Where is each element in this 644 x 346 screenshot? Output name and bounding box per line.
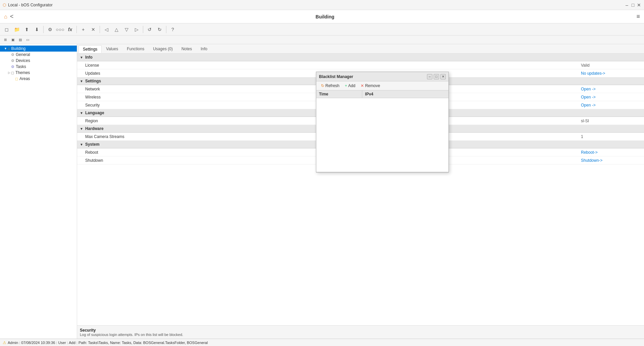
dialog-controls: – □ ✕ bbox=[427, 74, 446, 79]
value-network[interactable]: Open -> bbox=[574, 87, 641, 91]
sidebar-item-building[interactable]: ▼ ⌂ Building bbox=[0, 46, 77, 52]
dialog-titlebar: Blacklist Manager – □ ✕ bbox=[316, 72, 448, 81]
value-reboot[interactable]: Reboot-> bbox=[574, 150, 641, 155]
value-updates[interactable]: No updates-> bbox=[574, 71, 641, 76]
sidebar-label-tasks: Tasks bbox=[16, 64, 26, 69]
up-button[interactable]: △ bbox=[112, 25, 121, 34]
titlebar-controls: – □ ✕ bbox=[625, 3, 641, 7]
fx-button[interactable]: fx bbox=[65, 25, 75, 34]
refresh-label: Refresh bbox=[325, 83, 339, 88]
building-icon: ⌂ bbox=[8, 47, 10, 51]
view-detail-button[interactable]: ▭ bbox=[24, 37, 31, 43]
download-button[interactable]: ⬇ bbox=[32, 25, 42, 34]
tab-settings[interactable]: Settings bbox=[78, 45, 102, 53]
tab-usages[interactable]: Usages (0) bbox=[149, 45, 177, 53]
undo-button[interactable]: ↺ bbox=[145, 25, 154, 34]
security-description: Log of suspicious login attempts. IPs on… bbox=[80, 333, 641, 337]
status-message: Admin : 07/08/2024 10:39:36 : User : Add… bbox=[8, 341, 208, 345]
toolbar: ◻ 📁 ⬆ ⬇ ⚙ ○○○ fx + ✕ ◁ △ ▽ ▷ ↺ ↻ ? bbox=[0, 23, 644, 36]
blacklist-table: Time IPv4 bbox=[316, 90, 448, 172]
section-label-system: System bbox=[85, 142, 100, 147]
sidebar: ▼ ⌂ Building ▷ ⚙ General ▷ ⚙ Devices ▷ ⚙… bbox=[0, 44, 77, 339]
row-license: License Valid bbox=[77, 61, 644, 69]
settings-button[interactable]: ⚙ bbox=[45, 25, 55, 34]
sidebar-item-areas[interactable]: ▷ ◻ Areas bbox=[0, 76, 77, 82]
header: ⌂ < Building ≡ bbox=[0, 10, 644, 23]
section-label-language: Language bbox=[85, 111, 104, 115]
toolbar-sep-5 bbox=[166, 26, 166, 33]
help-button[interactable]: ? bbox=[168, 25, 177, 34]
refresh-button[interactable]: ↻ Refresh bbox=[319, 83, 341, 89]
dots-button[interactable]: ○○○ bbox=[55, 25, 65, 34]
next-button[interactable]: ▷ bbox=[132, 25, 141, 34]
warning-icon: ⚠ bbox=[3, 340, 6, 345]
language-toggle-icon: ▼ bbox=[80, 111, 83, 115]
value-security[interactable]: Open -> bbox=[574, 103, 641, 108]
sidebar-item-themes[interactable]: ▷ ◻ Themes bbox=[0, 70, 77, 76]
titlebar-left: ⬡ Local - bOS Configurator bbox=[3, 3, 53, 7]
add-entry-label: Add bbox=[348, 83, 355, 88]
blacklist-dialog: Blacklist Manager – □ ✕ ↻ Refresh + Add … bbox=[316, 72, 449, 172]
value-region: sl-SI bbox=[574, 119, 641, 123]
titlebar: ⬡ Local - bOS Configurator – □ ✕ bbox=[0, 0, 644, 10]
redo-button[interactable]: ↻ bbox=[155, 25, 164, 34]
add-entry-button[interactable]: + Add bbox=[343, 83, 357, 89]
toolbar-sep-4 bbox=[143, 26, 143, 33]
themes-toggle[interactable]: ▷ bbox=[8, 71, 10, 74]
table-body bbox=[316, 98, 448, 172]
sidebar-label-themes: Themes bbox=[15, 70, 30, 75]
toolbar-sep-1 bbox=[43, 26, 44, 33]
upload-button[interactable]: ⬆ bbox=[22, 25, 32, 34]
add-button[interactable]: + bbox=[78, 25, 88, 34]
sidebar-item-tasks[interactable]: ▷ ⚙ Tasks bbox=[0, 64, 77, 70]
maximize-button[interactable]: □ bbox=[631, 3, 635, 7]
security-title: Security bbox=[80, 328, 641, 333]
tab-info[interactable]: Info bbox=[196, 45, 212, 53]
dialog-close-button[interactable]: ✕ bbox=[440, 74, 446, 79]
settings-toggle-icon: ▼ bbox=[80, 79, 83, 83]
view-list-button[interactable]: ▤ bbox=[17, 37, 23, 43]
tab-values[interactable]: Values bbox=[102, 45, 122, 53]
view-split-button[interactable]: ▣ bbox=[9, 37, 16, 43]
header-nav: ⌂ < bbox=[4, 13, 13, 20]
section-label-settings: Settings bbox=[85, 79, 101, 83]
section-header-info[interactable]: ▼ Info bbox=[77, 54, 644, 61]
devices-icon: ⚙ bbox=[11, 59, 14, 63]
sidebar-item-general[interactable]: ▷ ⚙ General bbox=[0, 52, 77, 58]
sidebar-label-areas: Areas bbox=[19, 76, 30, 81]
table-header: Time IPv4 bbox=[316, 90, 448, 98]
view-grid-button[interactable]: ⊞ bbox=[2, 37, 9, 43]
close-button[interactable]: ✕ bbox=[637, 3, 641, 7]
hamburger-menu[interactable]: ≡ bbox=[636, 13, 640, 20]
new-button[interactable]: ◻ bbox=[2, 25, 11, 34]
tab-notes[interactable]: Notes bbox=[177, 45, 196, 53]
toolbar-sep-3 bbox=[100, 26, 100, 33]
back-button[interactable]: < bbox=[10, 13, 14, 20]
down-button[interactable]: ▽ bbox=[122, 25, 131, 34]
prev-button[interactable]: ◁ bbox=[102, 25, 111, 34]
tabs-bar: Settings Values Functions Usages (0) Not… bbox=[77, 44, 644, 54]
building-toggle[interactable]: ▼ bbox=[4, 47, 7, 50]
value-shutdown[interactable]: Shutdown-> bbox=[574, 158, 641, 163]
tab-functions[interactable]: Functions bbox=[122, 45, 149, 53]
bottom-statusbar: ⚠ Admin : 07/08/2024 10:39:36 : User : A… bbox=[0, 339, 644, 346]
dialog-minimize-button[interactable]: – bbox=[427, 74, 432, 79]
remove-entry-icon: ✕ bbox=[361, 83, 364, 88]
remove-entry-label: Remove bbox=[365, 83, 380, 88]
dialog-maximize-button[interactable]: □ bbox=[434, 74, 439, 79]
sidebar-label-devices: Devices bbox=[16, 58, 30, 63]
minimize-button[interactable]: – bbox=[625, 3, 629, 7]
value-wireless[interactable]: Open -> bbox=[574, 95, 641, 99]
remove-entry-button[interactable]: ✕ Remove bbox=[359, 83, 382, 89]
view-buttons: ⊞ ▣ ▤ ▭ bbox=[0, 36, 644, 44]
themes-icon: ◻ bbox=[11, 71, 14, 75]
value-license: Valid bbox=[574, 63, 641, 68]
open-button[interactable]: 📁 bbox=[12, 25, 21, 34]
home-button[interactable]: ⌂ bbox=[4, 14, 7, 20]
sidebar-item-devices[interactable]: ▷ ⚙ Devices bbox=[0, 58, 77, 64]
sidebar-label-general: General bbox=[16, 52, 30, 57]
info-toggle-icon: ▼ bbox=[80, 56, 83, 59]
remove-button[interactable]: ✕ bbox=[89, 25, 98, 34]
dialog-title: Blacklist Manager bbox=[319, 74, 353, 79]
general-icon: ⚙ bbox=[11, 53, 14, 57]
